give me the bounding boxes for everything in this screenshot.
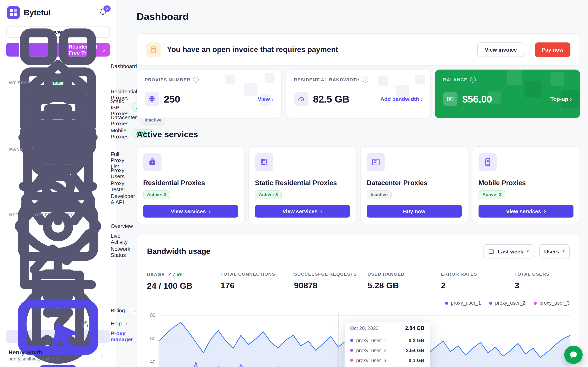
tooltip-date: Oct 20, 2023 bbox=[350, 325, 379, 331]
stat-value: $56.00 bbox=[462, 93, 492, 105]
metric-successful-requests: SUCCESSFUL REQUESTS 90878 bbox=[294, 272, 367, 291]
service-card-datacenter: Datacenter Proxies Inactive Buy now bbox=[360, 147, 468, 224]
stat-card-residential-bandwidth: RESIDENTIAL BANDWIDTH i 82.5 GB Add band… bbox=[286, 69, 431, 118]
metric-label: USAGE bbox=[147, 272, 165, 277]
app-root: Byteful 2 + Buy new proxies Residential … bbox=[0, 0, 588, 367]
users-select[interactable]: Users ▾ bbox=[539, 244, 570, 259]
brand-logo: Byteful bbox=[7, 6, 51, 19]
service-title: Residential Proxies bbox=[143, 179, 205, 187]
stat-value: 250 bbox=[164, 93, 180, 105]
user-email: henry.smith@gmail.com bbox=[8, 356, 60, 362]
tooltip-row: proxy_user_2 2.54 GB bbox=[345, 345, 430, 355]
bandwidth-controls: Last week ▾ Users ▾ bbox=[483, 244, 570, 259]
tooltip-series-name: proxy_user_2 bbox=[356, 347, 387, 353]
top-up-link[interactable]: Top-up › bbox=[550, 96, 572, 102]
button-label: Buy now bbox=[403, 208, 425, 214]
service-badge: Active: 3 bbox=[143, 191, 170, 199]
info-icon[interactable]: i bbox=[193, 77, 199, 83]
service-title: Datacenter Proxies bbox=[367, 179, 427, 187]
usage-delta: ↗ 7.5% bbox=[168, 272, 183, 277]
period-value: Last week bbox=[498, 248, 523, 254]
notification-badge: 2 bbox=[103, 5, 112, 13]
legend-item[interactable]: proxy_user_2 bbox=[489, 300, 525, 306]
sidebar-item-network-status[interactable]: Network Status bbox=[6, 245, 110, 259]
smartphone-icon bbox=[479, 153, 497, 171]
metric-total-users: TOTAL USERS 3 bbox=[515, 272, 570, 291]
view-services-button[interactable]: View services › bbox=[255, 205, 350, 217]
stat-label: RESIDENTIAL BANDWIDTH bbox=[294, 77, 360, 82]
globe-icon bbox=[145, 92, 159, 106]
stat-card-proxies-number: PROXIES NUMBER i 250 View › bbox=[137, 69, 282, 118]
view-services-button[interactable]: View services › bbox=[479, 205, 573, 217]
legend-item[interactable]: proxy_user_1 bbox=[445, 300, 481, 306]
stat-label: BALANCE bbox=[443, 77, 467, 82]
gauge-icon bbox=[294, 92, 308, 106]
metric-label: TOTAL USERS bbox=[515, 272, 549, 277]
invoice-message: You have an open invoice that requires p… bbox=[167, 45, 471, 54]
tooltip-total: 2.84 GB bbox=[405, 325, 424, 331]
metric-value: 3 bbox=[515, 281, 570, 291]
view-link[interactable]: View › bbox=[258, 96, 273, 102]
pay-now-button[interactable]: Pay now bbox=[535, 42, 571, 57]
bandwidth-usage-card: Bandwidth usage Last week ▾ Users ▾ bbox=[137, 234, 580, 367]
legend-dot bbox=[489, 301, 493, 305]
active-services-heading: Active services bbox=[137, 130, 580, 140]
trend-up-icon: ↗ bbox=[168, 272, 172, 277]
chevron-right-icon: › bbox=[103, 47, 105, 53]
chevron-down-icon: ▾ bbox=[562, 249, 564, 254]
metric-used-ranged: USED RANGED 5.28 GB bbox=[367, 272, 441, 291]
chat-launcher-button[interactable] bbox=[564, 346, 583, 364]
service-badge: Active: 3 bbox=[255, 191, 282, 199]
stat-card-balance: BALANCE i $56.00 Top-up › bbox=[435, 69, 580, 118]
main-content: Dashboard You have an open invoice that … bbox=[116, 0, 588, 367]
metric-usage: USAGE ↗ 7.5% 24 / 100 GB bbox=[147, 272, 221, 291]
user-menu-button[interactable]: ⋮ bbox=[96, 350, 108, 360]
link-label: Add bandwidth bbox=[380, 96, 419, 102]
legend-item[interactable]: proxy_user_3 bbox=[534, 300, 570, 306]
service-title: Mobile Proxies bbox=[479, 179, 526, 187]
buy-now-button[interactable]: Buy now bbox=[367, 205, 462, 217]
notifications-button[interactable]: 2 bbox=[97, 7, 109, 18]
info-icon[interactable]: i bbox=[470, 77, 476, 83]
service-card-residential: Residential Proxies Active: 3 View servi… bbox=[137, 147, 245, 224]
bandwidth-metrics: USAGE ↗ 7.5% 24 / 100 GB TOTAL CONNECTIO… bbox=[147, 272, 570, 291]
view-services-button[interactable]: View services › bbox=[143, 205, 238, 217]
chart-legend: proxy_user_1 proxy_user_2 proxy_user_3 bbox=[147, 300, 570, 306]
metric-label: TOTAL CONNECTIONS bbox=[221, 272, 275, 277]
delta-value: 7.5% bbox=[173, 272, 183, 277]
user-name: Henry Smith bbox=[8, 349, 60, 356]
chevron-right-icon: › bbox=[208, 208, 211, 215]
add-bandwidth-link[interactable]: Add bandwidth › bbox=[380, 96, 423, 102]
legend-label: proxy_user_3 bbox=[539, 300, 570, 306]
series-dot bbox=[350, 349, 353, 352]
chevron-right-icon: › bbox=[271, 96, 274, 102]
brand-name: Byteful bbox=[24, 8, 51, 17]
legend-dot bbox=[534, 301, 537, 305]
tooltip-series-name: proxy_user_3 bbox=[356, 358, 387, 363]
period-select[interactable]: Last week ▾ bbox=[483, 244, 534, 259]
view-invoice-button[interactable]: View invoice bbox=[477, 42, 524, 57]
legend-label: proxy_user_2 bbox=[495, 300, 525, 306]
invoice-icon bbox=[146, 42, 161, 57]
metric-total-connections: TOTAL CONNECTIONS 176 bbox=[221, 272, 294, 291]
calendar-icon bbox=[488, 248, 494, 254]
metric-label: ERROR RATES bbox=[441, 272, 477, 277]
chart-cursor-line bbox=[338, 312, 339, 367]
brand-logo-icon bbox=[7, 6, 20, 19]
sidebar-bottom: Billing ⚠ unpaid › Help › Proxy m bbox=[6, 300, 110, 363]
button-label: View services bbox=[506, 208, 541, 214]
button-label: View services bbox=[171, 208, 206, 214]
bandwidth-chart[interactable]: 406080 Oct 20, 2023 2.84 GB proxy_user_1… bbox=[147, 310, 570, 367]
info-icon[interactable]: i bbox=[362, 77, 368, 83]
sidebar: Byteful 2 + Buy new proxies Residential … bbox=[0, 0, 116, 367]
metric-value: 5.28 GB bbox=[367, 281, 441, 291]
legend-dot bbox=[445, 301, 448, 305]
metric-label: USED RANGED bbox=[367, 272, 405, 277]
services-row: Residential Proxies Active: 3 View servi… bbox=[137, 147, 580, 224]
chevron-right-icon: › bbox=[570, 96, 572, 102]
sidebar-item-proxy-manager[interactable]: Proxy manager › bbox=[6, 330, 110, 343]
button-label: View services bbox=[282, 208, 318, 214]
metric-value: 2 bbox=[441, 281, 515, 291]
bag-icon bbox=[143, 153, 162, 171]
stat-label: PROXIES NUMBER bbox=[145, 77, 190, 82]
